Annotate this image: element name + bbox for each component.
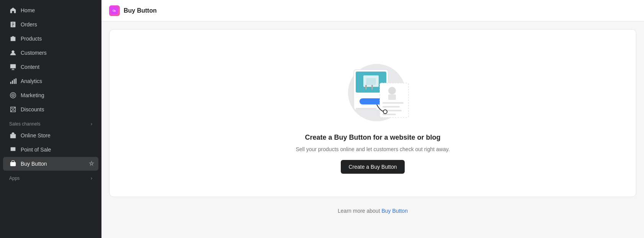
sidebar-item-customers[interactable]: Customers [3,46,98,60]
svg-rect-25 [356,108,377,109]
content-icon [9,63,17,71]
svg-rect-14 [10,162,16,166]
svg-rect-5 [14,79,15,84]
apps-label: Apps [9,176,20,181]
svg-point-33 [383,110,387,114]
orders-icon [9,21,17,28]
content-area: Create a Buy Button for a website or blo… [101,21,644,238]
online-store-icon [9,132,17,139]
point-of-sale-icon [9,146,17,153]
sidebar-item-online-store[interactable]: Online Store [3,129,98,142]
svg-rect-3 [10,82,11,84]
svg-rect-4 [12,80,13,84]
buy-button-icon [9,160,17,168]
svg-point-27 [388,87,396,95]
svg-rect-28 [388,95,396,100]
sidebar-item-buy-button-label: Buy Button [21,161,47,167]
footer-learn-more-text: Learn more about [338,208,380,214]
create-buy-button-button[interactable]: Create a Buy Button [341,160,404,174]
page-title: Buy Button [124,7,157,14]
svg-rect-24 [360,98,382,104]
svg-text:🛍: 🛍 [113,9,116,13]
buy-button-header-icon: 🛍 [109,5,120,16]
svg-point-9 [13,95,14,96]
sidebar-item-home[interactable]: Home [3,3,98,17]
sidebar-item-marketing[interactable]: Marketing [3,88,98,102]
buy-button-illustration [335,52,411,121]
footer-buy-button-link[interactable]: Buy Button [381,208,408,214]
svg-rect-29 [382,102,404,104]
sidebar-item-marketing-label: Marketing [21,92,44,98]
main-card: Create a Buy Button for a website or blo… [109,29,636,197]
svg-rect-6 [15,78,16,84]
sidebar-item-customers-label: Customers [21,50,47,56]
svg-point-1 [11,51,14,53]
sidebar-item-buy-button-main[interactable]: Buy Button [3,157,85,171]
sidebar-item-products[interactable]: Products [3,32,98,46]
sidebar-item-discounts-label: Discounts [21,106,44,112]
sales-channels-chevron-icon: › [91,121,92,127]
products-icon [9,35,17,42]
sidebar-item-buy-button[interactable]: Buy Button [3,157,98,171]
home-icon [9,7,17,14]
top-bar: 🛍 Buy Button [101,0,644,21]
svg-rect-13 [11,147,16,151]
sidebar-item-point-of-sale[interactable]: Point of Sale [3,143,98,156]
sidebar-item-discounts[interactable]: Discounts [3,103,98,116]
svg-point-10 [11,108,13,109]
svg-rect-21 [366,78,376,85]
analytics-icon [9,77,17,85]
main-content: 🛍 Buy Button [101,0,644,238]
card-title: Create a Buy Button for a website or blo… [305,134,440,142]
sidebar-item-content[interactable]: Content [3,60,98,74]
sidebar-item-analytics[interactable]: Analytics [3,74,98,88]
sidebar: Home Orders Products Customers Content [0,0,101,238]
customers-icon [9,49,17,57]
card-subtitle: Sell your products online and let custom… [296,146,449,152]
discounts-icon [9,106,17,113]
svg-rect-23 [371,85,373,90]
sales-channels-label: Sales channels [9,121,40,127]
footer-learn-more: Learn more about Buy Button [109,203,636,218]
sidebar-item-orders-label: Orders [21,21,37,28]
sidebar-item-analytics-label: Analytics [21,78,42,84]
sidebar-item-home-label: Home [21,7,35,13]
marketing-icon [9,91,17,99]
sidebar-item-content-label: Content [21,64,39,70]
sales-channels-section[interactable]: Sales channels › [0,117,101,128]
apps-section[interactable]: Apps › [0,171,101,183]
sidebar-item-point-of-sale-label: Point of Sale [21,147,51,153]
svg-rect-30 [382,106,400,108]
svg-point-11 [13,110,15,111]
apps-chevron-icon: › [91,176,92,181]
sidebar-item-orders[interactable]: Orders [3,18,98,31]
sidebar-nav: Home Orders Products Customers Content [0,0,101,186]
svg-rect-2 [10,64,16,68]
sidebar-pin-button[interactable] [85,158,98,170]
sidebar-item-products-label: Products [21,36,42,42]
svg-rect-22 [365,85,367,90]
sidebar-item-online-store-label: Online Store [21,132,51,139]
svg-rect-12 [10,134,16,138]
